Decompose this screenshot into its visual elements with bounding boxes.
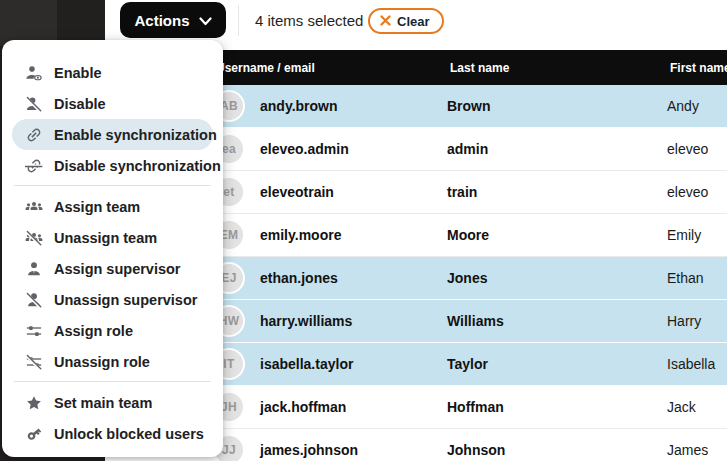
- star-icon: [24, 394, 44, 412]
- cell-username: eleveo.admin: [260, 141, 447, 157]
- team-off-icon: [24, 229, 44, 247]
- user-disable-icon: [24, 95, 44, 113]
- actions-menu: EnableDisableEnable synchronizationDisab…: [2, 40, 223, 457]
- supervisor-icon: [24, 260, 44, 278]
- menu-item-label: Enable synchronization: [54, 127, 217, 143]
- actions-button[interactable]: Actions: [120, 2, 226, 38]
- menu-item-label: Unlock blocked users: [54, 426, 204, 442]
- menu-item-label: Assign supervisor: [54, 261, 181, 277]
- cell-username: harry.williams: [260, 313, 447, 329]
- menu-item-disable[interactable]: Disable: [12, 88, 213, 119]
- menu-item-label: Unassign role: [54, 354, 150, 370]
- cell-username: isabella.taylor: [260, 356, 447, 372]
- role-off-icon: [24, 353, 44, 371]
- menu-item-disable-synchronization[interactable]: Disable synchronization: [12, 150, 213, 181]
- cell-firstname: eleveo: [667, 141, 727, 157]
- menu-item-label: Disable synchronization: [54, 158, 221, 174]
- menu-item-enable-synchronization[interactable]: Enable synchronization: [12, 119, 213, 150]
- column-header-username[interactable]: Username / email: [216, 61, 450, 75]
- menu-item-unlock-blocked-users[interactable]: Unlock blocked users: [12, 418, 213, 449]
- chevron-down-icon: [199, 12, 212, 29]
- menu-item-enable[interactable]: Enable: [12, 57, 213, 88]
- supervisor-off-icon: [24, 291, 44, 309]
- cell-firstname: Isabella: [667, 356, 727, 372]
- cell-lastname: Williams: [447, 313, 667, 329]
- cell-firstname: Emily: [667, 227, 727, 243]
- close-icon: [380, 14, 391, 29]
- menu-item-label: Enable: [54, 65, 102, 81]
- cell-firstname: Harry: [667, 313, 727, 329]
- cell-username: jack.hoffman: [260, 399, 447, 415]
- menu-item-assign-team[interactable]: Assign team: [12, 191, 213, 222]
- cell-lastname: admin: [447, 141, 667, 157]
- link-icon: [24, 126, 44, 144]
- menu-divider: [14, 185, 211, 186]
- role-icon: [24, 322, 44, 340]
- menu-divider: [14, 381, 211, 382]
- cell-username: emily.moore: [260, 227, 447, 243]
- cell-username: andy.brown: [260, 98, 447, 114]
- menu-item-label: Assign role: [54, 323, 133, 339]
- app-root: Actions 4 items selected Clear Username …: [0, 0, 727, 461]
- cell-lastname: Jones: [447, 270, 667, 286]
- menu-item-label: Set main team: [54, 395, 152, 411]
- menu-item-assign-supervisor[interactable]: Assign supervisor: [12, 253, 213, 284]
- menu-item-set-main-team[interactable]: Set main team: [12, 387, 213, 418]
- cell-firstname: Andy: [667, 98, 727, 114]
- clear-selection-button[interactable]: Clear: [368, 8, 444, 34]
- cell-username: eleveotrain: [260, 184, 447, 200]
- cell-firstname: Jack: [667, 399, 727, 415]
- cell-lastname: Brown: [447, 98, 667, 114]
- cell-firstname: James: [667, 442, 727, 458]
- menu-item-unassign-role[interactable]: Unassign role: [12, 346, 213, 377]
- menu-item-unassign-team[interactable]: Unassign team: [12, 222, 213, 253]
- team-icon: [24, 198, 44, 216]
- selection-status: 4 items selected: [255, 0, 363, 41]
- menu-item-label: Disable: [54, 96, 106, 112]
- column-header-lastname[interactable]: Last name: [450, 61, 670, 75]
- menu-item-label: Unassign supervisor: [54, 292, 197, 308]
- column-header-firstname[interactable]: First name: [670, 61, 727, 75]
- menu-item-label: Unassign team: [54, 230, 157, 246]
- cell-firstname: Ethan: [667, 270, 727, 286]
- menu-item-unassign-supervisor[interactable]: Unassign supervisor: [12, 284, 213, 315]
- cell-username: james.johnson: [260, 442, 447, 458]
- cell-lastname: Taylor: [447, 356, 667, 372]
- key-icon: [24, 425, 44, 443]
- toolbar-divider: [238, 5, 239, 36]
- cell-lastname: train: [447, 184, 667, 200]
- cell-lastname: Hoffman: [447, 399, 667, 415]
- user-enable-icon: [24, 64, 44, 82]
- cell-lastname: Johnson: [447, 442, 667, 458]
- link-off-icon: [24, 157, 44, 175]
- menu-item-label: Assign team: [54, 199, 140, 215]
- cell-firstname: eleveo: [667, 184, 727, 200]
- cell-username: ethan.jones: [260, 270, 447, 286]
- cell-lastname: Moore: [447, 227, 667, 243]
- actions-button-label: Actions: [134, 12, 189, 29]
- menu-item-assign-role[interactable]: Assign role: [12, 315, 213, 346]
- clear-button-label: Clear: [397, 14, 430, 29]
